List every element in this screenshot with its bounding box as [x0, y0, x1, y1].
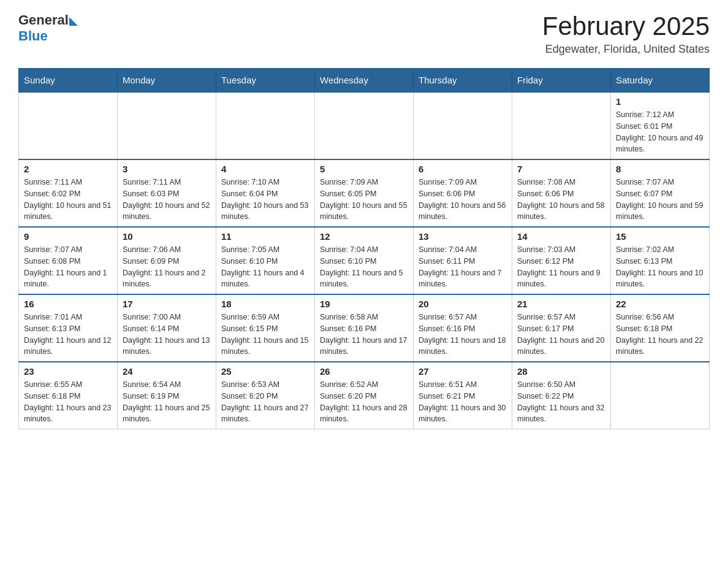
day-info: Sunrise: 6:56 AMSunset: 6:18 PMDaylight:… — [616, 312, 704, 358]
calendar-cell — [19, 92, 118, 159]
calendar-header: SundayMondayTuesdayWednesdayThursdayFrid… — [19, 69, 710, 93]
day-number: 16 — [24, 299, 112, 309]
weekday-header-row: SundayMondayTuesdayWednesdayThursdayFrid… — [19, 69, 710, 93]
day-info: Sunrise: 6:51 AMSunset: 6:21 PMDaylight:… — [419, 379, 507, 425]
day-number: 12 — [320, 231, 408, 242]
weekday-header-thursday: Thursday — [414, 69, 512, 93]
day-info: Sunrise: 6:52 AMSunset: 6:20 PMDaylight:… — [320, 379, 408, 425]
day-number: 18 — [221, 299, 309, 309]
day-number: 26 — [320, 366, 408, 377]
day-number: 14 — [517, 231, 605, 242]
day-info: Sunrise: 7:09 AMSunset: 6:06 PMDaylight:… — [419, 177, 507, 223]
day-info: Sunrise: 7:05 AMSunset: 6:10 PMDaylight:… — [221, 244, 309, 290]
calendar-cell: 19Sunrise: 6:58 AMSunset: 6:16 PMDayligh… — [315, 294, 414, 362]
day-info: Sunrise: 7:07 AMSunset: 6:07 PMDaylight:… — [616, 177, 704, 223]
calendar-cell — [414, 92, 512, 159]
day-info: Sunrise: 7:07 AMSunset: 6:08 PMDaylight:… — [24, 244, 112, 290]
day-info: Sunrise: 6:55 AMSunset: 6:18 PMDaylight:… — [24, 379, 112, 425]
day-info: Sunrise: 7:06 AMSunset: 6:09 PMDaylight:… — [123, 244, 211, 290]
day-number: 11 — [221, 231, 309, 242]
calendar-cell — [315, 92, 414, 159]
day-info: Sunrise: 7:01 AMSunset: 6:13 PMDaylight:… — [24, 312, 112, 358]
calendar-cell: 10Sunrise: 7:06 AMSunset: 6:09 PMDayligh… — [118, 227, 216, 294]
day-info: Sunrise: 7:09 AMSunset: 6:05 PMDaylight:… — [320, 177, 408, 223]
calendar-cell: 6Sunrise: 7:09 AMSunset: 6:06 PMDaylight… — [414, 159, 512, 227]
calendar-cell: 4Sunrise: 7:10 AMSunset: 6:04 PMDaylight… — [216, 159, 315, 227]
day-number: 5 — [320, 164, 408, 174]
weekday-header-friday: Friday — [512, 69, 611, 93]
day-number: 27 — [419, 366, 507, 377]
day-info: Sunrise: 7:02 AMSunset: 6:13 PMDaylight:… — [616, 244, 704, 290]
calendar-cell: 9Sunrise: 7:07 AMSunset: 6:08 PMDaylight… — [19, 227, 118, 294]
day-info: Sunrise: 6:53 AMSunset: 6:20 PMDaylight:… — [221, 379, 309, 425]
calendar-cell: 24Sunrise: 6:54 AMSunset: 6:19 PMDayligh… — [118, 362, 216, 429]
day-number: 21 — [517, 299, 605, 309]
day-info: Sunrise: 7:00 AMSunset: 6:14 PMDaylight:… — [123, 312, 211, 358]
calendar-week-row: 23Sunrise: 6:55 AMSunset: 6:18 PMDayligh… — [19, 362, 710, 429]
logo-blue-text: Blue — [18, 28, 48, 44]
calendar-cell — [611, 362, 710, 429]
calendar-cell: 15Sunrise: 7:02 AMSunset: 6:13 PMDayligh… — [611, 227, 710, 294]
weekday-header-monday: Monday — [118, 69, 216, 93]
weekday-header-saturday: Saturday — [611, 69, 710, 93]
calendar-cell: 25Sunrise: 6:53 AMSunset: 6:20 PMDayligh… — [216, 362, 315, 429]
calendar-cell: 12Sunrise: 7:04 AMSunset: 6:10 PMDayligh… — [315, 227, 414, 294]
calendar-cell: 16Sunrise: 7:01 AMSunset: 6:13 PMDayligh… — [19, 294, 118, 362]
day-number: 8 — [616, 164, 704, 174]
day-info: Sunrise: 6:57 AMSunset: 6:17 PMDaylight:… — [517, 312, 605, 358]
calendar-cell — [216, 92, 315, 159]
calendar-cell — [512, 92, 611, 159]
day-info: Sunrise: 6:50 AMSunset: 6:22 PMDaylight:… — [517, 379, 605, 425]
calendar-cell: 5Sunrise: 7:09 AMSunset: 6:05 PMDaylight… — [315, 159, 414, 227]
month-title: February 2025 — [542, 12, 710, 40]
day-number: 9 — [24, 231, 112, 242]
calendar-week-row: 1Sunrise: 7:12 AMSunset: 6:01 PMDaylight… — [19, 92, 710, 159]
calendar-cell: 23Sunrise: 6:55 AMSunset: 6:18 PMDayligh… — [19, 362, 118, 429]
calendar-cell: 27Sunrise: 6:51 AMSunset: 6:21 PMDayligh… — [414, 362, 512, 429]
title-section: February 2025 Edgewater, Florida, United… — [542, 12, 710, 56]
page-header: General Blue February 2025 Edgewater, Fl… — [18, 12, 710, 56]
day-info: Sunrise: 7:04 AMSunset: 6:11 PMDaylight:… — [419, 244, 507, 290]
calendar-cell: 22Sunrise: 6:56 AMSunset: 6:18 PMDayligh… — [611, 294, 710, 362]
day-number: 13 — [419, 231, 507, 242]
location: Edgewater, Florida, United States — [542, 43, 710, 56]
calendar-cell: 7Sunrise: 7:08 AMSunset: 6:06 PMDaylight… — [512, 159, 611, 227]
calendar-cell: 11Sunrise: 7:05 AMSunset: 6:10 PMDayligh… — [216, 227, 315, 294]
calendar-body: 1Sunrise: 7:12 AMSunset: 6:01 PMDaylight… — [19, 92, 710, 429]
day-number: 7 — [517, 164, 605, 174]
day-number: 28 — [517, 366, 605, 377]
day-info: Sunrise: 6:58 AMSunset: 6:16 PMDaylight:… — [320, 312, 408, 358]
weekday-header-sunday: Sunday — [19, 69, 118, 93]
day-number: 15 — [616, 231, 704, 242]
calendar-cell: 20Sunrise: 6:57 AMSunset: 6:16 PMDayligh… — [414, 294, 512, 362]
day-info: Sunrise: 6:59 AMSunset: 6:15 PMDaylight:… — [221, 312, 309, 358]
day-number: 22 — [616, 299, 704, 309]
day-info: Sunrise: 7:11 AMSunset: 6:02 PMDaylight:… — [24, 177, 112, 223]
day-info: Sunrise: 7:08 AMSunset: 6:06 PMDaylight:… — [517, 177, 605, 223]
day-number: 4 — [221, 164, 309, 174]
calendar-cell: 14Sunrise: 7:03 AMSunset: 6:12 PMDayligh… — [512, 227, 611, 294]
weekday-header-tuesday: Tuesday — [216, 69, 315, 93]
day-info: Sunrise: 7:04 AMSunset: 6:10 PMDaylight:… — [320, 244, 408, 290]
day-info: Sunrise: 7:10 AMSunset: 6:04 PMDaylight:… — [221, 177, 309, 223]
calendar-cell: 21Sunrise: 6:57 AMSunset: 6:17 PMDayligh… — [512, 294, 611, 362]
calendar-cell: 28Sunrise: 6:50 AMSunset: 6:22 PMDayligh… — [512, 362, 611, 429]
day-info: Sunrise: 6:54 AMSunset: 6:19 PMDaylight:… — [123, 379, 211, 425]
calendar-cell: 1Sunrise: 7:12 AMSunset: 6:01 PMDaylight… — [611, 92, 710, 159]
day-number: 2 — [24, 164, 112, 174]
day-number: 1 — [616, 96, 704, 107]
day-number: 3 — [123, 164, 211, 174]
day-number: 20 — [419, 299, 507, 309]
calendar-cell: 18Sunrise: 6:59 AMSunset: 6:15 PMDayligh… — [216, 294, 315, 362]
calendar-cell: 3Sunrise: 7:11 AMSunset: 6:03 PMDaylight… — [118, 159, 216, 227]
calendar-week-row: 16Sunrise: 7:01 AMSunset: 6:13 PMDayligh… — [19, 294, 710, 362]
calendar-cell: 8Sunrise: 7:07 AMSunset: 6:07 PMDaylight… — [611, 159, 710, 227]
logo-triangle-icon — [69, 17, 78, 26]
day-number: 23 — [24, 366, 112, 377]
calendar-cell: 26Sunrise: 6:52 AMSunset: 6:20 PMDayligh… — [315, 362, 414, 429]
day-info: Sunrise: 7:11 AMSunset: 6:03 PMDaylight:… — [123, 177, 211, 223]
day-info: Sunrise: 7:12 AMSunset: 6:01 PMDaylight:… — [616, 109, 704, 155]
day-number: 10 — [123, 231, 211, 242]
day-info: Sunrise: 7:03 AMSunset: 6:12 PMDaylight:… — [517, 244, 605, 290]
day-info: Sunrise: 6:57 AMSunset: 6:16 PMDaylight:… — [419, 312, 507, 358]
